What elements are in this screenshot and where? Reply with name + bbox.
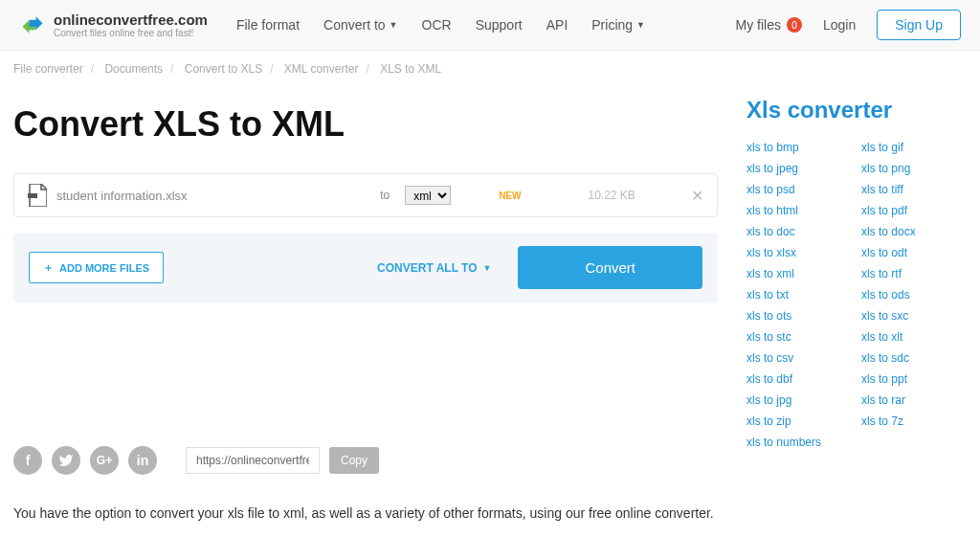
converter-link[interactable]: xls to jpg	[746, 393, 852, 407]
nav-ocr[interactable]: OCR	[422, 17, 452, 33]
converter-link[interactable]: xls to sxc	[861, 309, 967, 323]
breadcrumb-item[interactable]: Convert to XLS	[185, 62, 262, 76]
converter-link[interactable]: xls to txt	[746, 288, 852, 302]
facebook-icon[interactable]: f	[13, 446, 42, 475]
logo-subtitle: Convert files online free and fast!	[54, 28, 208, 38]
converter-link[interactable]: xls to ots	[746, 309, 852, 323]
converter-link[interactable]: xls to sdc	[861, 351, 967, 365]
logo-title: onlineconvertfree.com	[54, 11, 208, 28]
converter-link[interactable]: xls to docx	[861, 225, 967, 238]
action-row: ＋ ADD MORE FILES CONVERT ALL TO ▼ Conver…	[13, 233, 718, 302]
nav-file-format[interactable]: File format	[236, 17, 300, 33]
converter-link[interactable]: xls to numbers	[746, 436, 852, 449]
converter-link[interactable]: xls to dbf	[746, 372, 852, 386]
converter-link[interactable]: xls to jpeg	[746, 162, 852, 175]
converter-link[interactable]: xls to bmp	[746, 141, 852, 154]
page-title: Convert XLS to XML	[13, 104, 718, 145]
breadcrumb: File converter/ Documents/ Convert to XL…	[0, 51, 980, 87]
share-row: f G+ in Copy	[13, 446, 718, 475]
converter-link[interactable]: xls to tiff	[861, 183, 967, 196]
converter-link[interactable]: xls to rar	[861, 393, 967, 407]
breadcrumb-item[interactable]: Documents	[104, 62, 163, 76]
sidebar: Xls converter xls to bmpxls to gif xls t…	[746, 87, 967, 524]
convert-button[interactable]: Convert	[518, 246, 702, 289]
twitter-icon[interactable]	[52, 446, 80, 475]
login-link[interactable]: Login	[823, 17, 856, 33]
file-row: student information.xlsx to xml NEW 10.2…	[13, 173, 718, 217]
converter-link[interactable]: xls to xlt	[861, 330, 967, 344]
converter-link[interactable]: xls to pdf	[861, 204, 967, 217]
converter-link[interactable]: xls to ppt	[861, 372, 967, 386]
converter-link[interactable]: xls to html	[746, 204, 852, 217]
convert-all-dropdown[interactable]: CONVERT ALL TO ▼	[377, 261, 491, 275]
nav-convert-to[interactable]: Convert to▼	[323, 17, 398, 33]
description: You have the option to convert your xls …	[13, 503, 718, 524]
nav-support[interactable]: Support	[476, 17, 523, 33]
header-left: onlineconvertfree.com Convert files onli…	[19, 11, 645, 38]
converter-link[interactable]: xls to stc	[746, 330, 852, 344]
breadcrumb-item[interactable]: XML converter	[284, 62, 359, 76]
file-status: NEW	[499, 190, 521, 201]
converter-link[interactable]: xls to doc	[746, 225, 852, 238]
nav: File format Convert to▼ OCR Support API …	[236, 17, 645, 33]
logo[interactable]: onlineconvertfree.com Convert files onli…	[19, 11, 208, 38]
to-label: to	[380, 189, 390, 202]
chevron-down-icon: ▼	[483, 263, 492, 273]
converter-link[interactable]: xls to png	[861, 162, 967, 175]
breadcrumb-item: XLS to XML	[380, 62, 441, 76]
nav-pricing[interactable]: Pricing▼	[591, 17, 645, 33]
chevron-down-icon: ▼	[390, 20, 398, 30]
breadcrumb-item[interactable]: File converter	[13, 62, 83, 76]
copy-button[interactable]: Copy	[329, 447, 379, 474]
converter-link[interactable]: xls to 7z	[861, 414, 967, 428]
share-url-input[interactable]	[186, 447, 320, 474]
converter-link[interactable]: xls to xml	[746, 267, 852, 280]
converter-link[interactable]: xls to odt	[861, 246, 967, 259]
header: onlineconvertfree.com Convert files onli…	[0, 0, 980, 51]
converter-link[interactable]: xls to rtf	[861, 267, 967, 280]
my-files-link[interactable]: My files 0	[735, 17, 801, 33]
format-select[interactable]: xml	[405, 186, 451, 205]
linkedin-icon[interactable]: in	[128, 446, 157, 475]
converter-links: xls to bmpxls to gif xls to jpegxls to p…	[746, 141, 967, 449]
converter-link[interactable]: xls to gif	[861, 141, 967, 154]
my-files-badge: 0	[787, 17, 802, 33]
converter-link[interactable]: xls to ods	[861, 288, 967, 302]
plus-icon: ＋	[43, 260, 54, 275]
converter-link[interactable]: xls to psd	[746, 183, 852, 196]
svg-rect-0	[28, 193, 37, 198]
converter-link[interactable]: xls to csv	[746, 351, 852, 365]
remove-file-icon[interactable]: ✕	[691, 187, 703, 205]
signup-button[interactable]: Sign Up	[877, 10, 961, 40]
googleplus-icon[interactable]: G+	[90, 446, 119, 475]
converter-link[interactable]: xls to zip	[746, 414, 852, 428]
header-right: My files 0 Login Sign Up	[735, 10, 961, 40]
file-size: 10.22 KB	[588, 189, 635, 202]
add-more-button[interactable]: ＋ ADD MORE FILES	[29, 252, 164, 283]
sidebar-title: Xls converter	[746, 97, 967, 123]
converter-link[interactable]: xls to xlsx	[746, 246, 852, 259]
file-icon	[28, 184, 47, 207]
chevron-down-icon: ▼	[636, 20, 645, 30]
nav-api[interactable]: API	[546, 17, 568, 33]
file-name: student information.xlsx	[56, 189, 324, 203]
logo-icon	[19, 11, 46, 38]
